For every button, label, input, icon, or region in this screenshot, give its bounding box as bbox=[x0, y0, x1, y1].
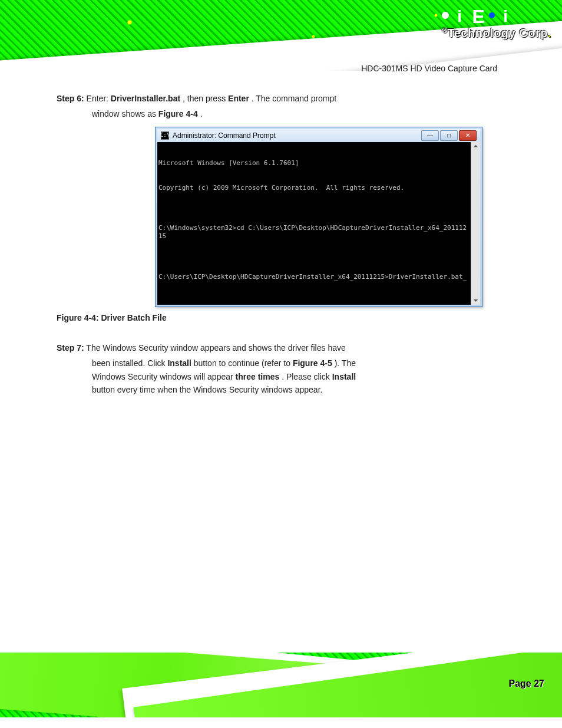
figure-caption: Figure 4-4: Driver Batch File bbox=[57, 313, 510, 322]
cmd-scrollbar[interactable]: ⏶ ⏷ bbox=[471, 142, 480, 305]
step6-key: Enter bbox=[228, 94, 249, 103]
iei-logo: i E i bbox=[442, 6, 551, 27]
step6-line2: window shows as Figure 4-4 . bbox=[92, 107, 510, 120]
scroll-down-icon[interactable]: ⏷ bbox=[472, 297, 480, 305]
step7-line3: Windows Security windows will appear thr… bbox=[92, 370, 510, 383]
step7-threetimes: three times bbox=[236, 372, 280, 381]
cmd-line: Copyright (c) 2009 Microsoft Corporation… bbox=[158, 184, 470, 192]
step7-install2: Install bbox=[332, 372, 356, 381]
logo-letter-i2: i bbox=[497, 6, 514, 27]
step6-t3: . The command prompt bbox=[252, 94, 336, 103]
top-banner: i E i ®Technology Corp. bbox=[0, 0, 562, 71]
step7-install1: Install bbox=[167, 358, 191, 368]
step7-l4b: button every time when the Windows Secur… bbox=[92, 385, 322, 394]
step7-line2: been installed. Click Install button to … bbox=[92, 357, 510, 370]
cmd-line: C:\Windows\system32>cd C:\Users\ICP\Desk… bbox=[158, 224, 470, 241]
step6-t2: , then press bbox=[183, 94, 228, 103]
cmd-title: Administrator: Command Prompt bbox=[173, 131, 276, 140]
cmd-titlebar[interactable]: C:\ Administrator: Command Prompt — □ ✕ bbox=[157, 129, 480, 142]
step7-l2b: button to continue (refer to bbox=[194, 358, 293, 368]
step6-figref: Figure 4-4 bbox=[158, 109, 198, 118]
step7-figref: Figure 4-5 bbox=[293, 358, 332, 368]
bottom-banner: Page 27 bbox=[0, 653, 562, 717]
logo-letter-i: i bbox=[451, 6, 468, 27]
brand-text: ®Technology Corp. bbox=[442, 27, 551, 39]
step7-l2c: ). The bbox=[335, 358, 356, 368]
step7-block: Step 7: The Windows Security window appe… bbox=[57, 341, 510, 397]
step6-cmd: DriverInstaller.bat bbox=[111, 94, 180, 103]
cmd-icon: C:\ bbox=[161, 131, 169, 140]
step7-line1: Step 7: The Windows Security window appe… bbox=[57, 341, 510, 354]
step6-t4: window shows as bbox=[92, 109, 158, 118]
cmd-window: C:\ Administrator: Command Prompt — □ ✕ … bbox=[155, 127, 482, 307]
close-button[interactable]: ✕ bbox=[459, 130, 477, 141]
maximize-button[interactable]: □ bbox=[440, 130, 458, 141]
step7-line4: button every time when the Windows Secur… bbox=[92, 383, 510, 396]
step6-t5: . bbox=[200, 109, 203, 118]
step7-l3b: . Please click bbox=[282, 372, 332, 381]
cmd-body[interactable]: Microsoft Windows [Version 6.1.7601] Cop… bbox=[157, 142, 480, 305]
logo-dot-blue bbox=[489, 12, 495, 18]
brand-period: . bbox=[548, 27, 551, 39]
window-buttons: — □ ✕ bbox=[421, 130, 477, 141]
logo-letter-e: E bbox=[470, 6, 487, 27]
page-number: Page 27 bbox=[509, 678, 544, 689]
step6-line1: Step 6: Enter: DriverInstaller.bat , the… bbox=[57, 92, 510, 105]
brand-logo-area: i E i ®Technology Corp. bbox=[442, 6, 551, 39]
step7-t1: The Windows Security window appears and … bbox=[86, 343, 345, 353]
cmd-line: C:\Users\ICP\Desktop\HDCaptureDriverInst… bbox=[158, 273, 470, 281]
step7-l3a: Windows Security windows will appear bbox=[92, 372, 236, 381]
step6-label: Step 6: bbox=[57, 94, 84, 103]
page-body: Step 6: Enter: DriverInstaller.bat , the… bbox=[57, 88, 510, 396]
step6-t1: Enter: bbox=[87, 94, 111, 103]
step7-l2a: been installed. Click bbox=[92, 358, 167, 368]
brand-name: Technology Corp bbox=[447, 27, 547, 39]
minimize-button[interactable]: — bbox=[421, 130, 439, 141]
step7-label: Step 7: bbox=[57, 343, 84, 353]
product-line: HDC-301MS HD Video Capture Card bbox=[361, 64, 497, 73]
logo-dot-white bbox=[442, 12, 449, 19]
cmd-line: Microsoft Windows [Version 6.1.7601] bbox=[158, 159, 470, 167]
scroll-up-icon[interactable]: ⏶ bbox=[472, 142, 480, 150]
